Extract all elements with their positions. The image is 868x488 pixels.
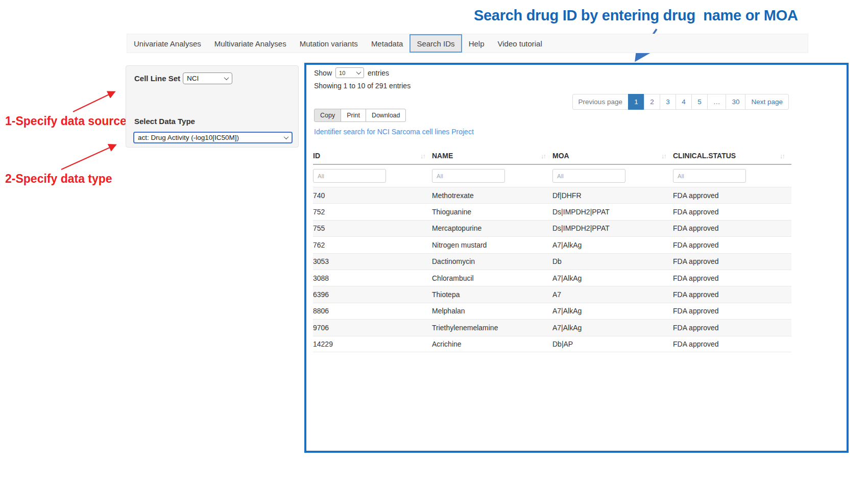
cell-name: Acrichine — [432, 340, 552, 348]
sort-icon: ↓↑ — [780, 152, 784, 160]
annotation-step2: 2-Specify data type — [5, 172, 112, 186]
sort-icon: ↓↑ — [661, 152, 666, 160]
cell-name: Dactinomycin — [432, 257, 552, 265]
page-length-row: Show 10 entries — [314, 67, 389, 78]
page-4-button[interactable]: 4 — [676, 94, 692, 110]
cell-moa: A7|AlkAg — [552, 274, 673, 282]
tab-univariate-analyses[interactable]: Univariate Analyses — [127, 34, 208, 53]
cell-id: 8806 — [313, 307, 432, 315]
table-filter-row — [313, 165, 791, 187]
filter-input-clinical-status[interactable] — [673, 169, 746, 183]
sort-icon: ↓↑ — [541, 152, 545, 160]
chevron-down-icon — [356, 69, 361, 75]
cell-moa: A7 — [552, 290, 673, 299]
identifier-search-link[interactable]: Identifier search for NCI Sarcoma cell l… — [314, 128, 474, 136]
cell-id: 14229 — [313, 340, 432, 348]
table-row[interactable]: 762Nitrogen mustardA7|AlkAgFDA approved — [313, 236, 791, 253]
filter-cell — [552, 169, 673, 183]
cell-name: Mercaptopurine — [432, 224, 552, 232]
previous-page-button[interactable]: Previous page — [572, 94, 629, 110]
column-label: NAME — [432, 152, 453, 160]
page-title: Search drug ID by entering drug name or … — [474, 7, 798, 24]
filter-input-id[interactable] — [313, 169, 386, 183]
download-button[interactable]: Download — [366, 109, 406, 122]
cell-clinical-status: FDA approved — [673, 274, 791, 282]
tab-multivariate-analyses[interactable]: Multivariate Analyses — [208, 34, 293, 53]
page-30-button[interactable]: 30 — [726, 94, 745, 110]
column-header-name[interactable]: NAME↓↑ — [432, 148, 552, 164]
cell-clinical-status: FDA approved — [673, 224, 791, 232]
table-row[interactable]: 752ThioguanineDs|IMPDH2|PPATFDA approved — [313, 203, 791, 219]
tab-search-ids[interactable]: Search IDs — [409, 34, 462, 53]
cell-moa: Db|AP — [552, 340, 673, 348]
page-length-value: 10 — [339, 70, 345, 76]
cell-name: Thioguanine — [432, 208, 552, 216]
export-buttons: CopyPrintDownload — [314, 109, 406, 122]
page: Search drug ID by entering drug name or … — [0, 0, 868, 488]
data-type-value: act: Drug Activity (-log10[IC50M]) — [138, 134, 239, 141]
table-row[interactable]: 3088ChlorambucilA7|AlkAgFDA approved — [313, 270, 791, 286]
red-arrow-data-type — [61, 145, 115, 169]
copy-button[interactable]: Copy — [314, 109, 341, 122]
table-row[interactable]: 6396ThiotepaA7FDA approved — [313, 286, 791, 302]
table-row[interactable]: 9706TriethylenemelamineA7|AlkAgFDA appro… — [313, 319, 791, 335]
cell-name: Triethylenemelamine — [432, 324, 552, 332]
cell-name: Nitrogen mustard — [432, 241, 552, 249]
entries-label: entries — [368, 69, 389, 77]
data-type-label: Select Data Type — [134, 117, 195, 126]
table-body: 740MethotrexateDf|DHFRFDA approved752Thi… — [313, 187, 791, 352]
page-2-button[interactable]: 2 — [644, 94, 660, 110]
cell-id: 755 — [313, 224, 432, 232]
cell-moa: A7|AlkAg — [552, 307, 673, 315]
cell-id: 3088 — [313, 274, 432, 282]
annotation-step1: 1-Specify data source — [5, 114, 127, 128]
cell-line-set-select[interactable]: NCI — [183, 72, 232, 84]
cell-name: Chlorambucil — [432, 274, 552, 282]
cell-clinical-status: FDA approved — [673, 340, 791, 348]
cell-line-set-value: NCI — [187, 75, 199, 82]
cell-id: 762 — [313, 241, 432, 249]
filter-cell — [432, 169, 552, 183]
page-1-button[interactable]: 1 — [628, 94, 644, 110]
tab-help[interactable]: Help — [462, 34, 491, 53]
tab-metadata[interactable]: Metadata — [365, 34, 410, 53]
table-row[interactable]: 755MercaptopurineDs|IMPDH2|PPATFDA appro… — [313, 220, 791, 236]
cell-name: Melphalan — [432, 307, 552, 315]
table-row[interactable]: 3053DactinomycinDbFDA approved — [313, 253, 791, 270]
column-header-moa[interactable]: MOA↓↑ — [552, 148, 673, 164]
chevron-down-icon — [224, 75, 229, 80]
sidebar-panel: Cell Line Set NCI Select Data Type act: … — [126, 65, 299, 148]
page-ellipsis[interactable]: … — [707, 94, 727, 110]
showing-info: Showing 1 to 10 of 291 entries — [314, 82, 411, 90]
filter-input-name[interactable] — [432, 169, 505, 183]
cell-line-set-label: Cell Line Set — [134, 74, 180, 83]
nav-tabs: Univariate AnalysesMultivariate Analyses… — [127, 34, 808, 53]
data-type-select[interactable]: act: Drug Activity (-log10[IC50M]) — [133, 132, 293, 143]
cell-clinical-status: FDA approved — [673, 290, 791, 299]
print-button[interactable]: Print — [341, 109, 366, 122]
table-row[interactable]: 14229AcrichineDb|APFDA approved — [313, 336, 791, 352]
column-header-id[interactable]: ID↓↑ — [313, 148, 432, 164]
cell-clinical-status: FDA approved — [673, 208, 791, 216]
show-label: Show — [314, 69, 332, 77]
cell-moa: Ds|IMPDH2|PPAT — [552, 224, 673, 232]
tab-video-tutorial[interactable]: Video tutorial — [491, 34, 548, 53]
page-5-button[interactable]: 5 — [691, 94, 708, 110]
tab-mutation-variants[interactable]: Mutation variants — [293, 34, 365, 53]
cell-name: Methotrexate — [432, 191, 552, 200]
column-label: CLINICAL.STATUS — [673, 152, 736, 160]
filter-input-moa[interactable] — [552, 169, 625, 183]
table-row[interactable]: 8806MelphalanA7|AlkAgFDA approved — [313, 303, 791, 319]
cell-clinical-status: FDA approved — [673, 307, 791, 315]
table-row[interactable]: 740MethotrexateDf|DHFRFDA approved — [313, 187, 791, 203]
cell-clinical-status: FDA approved — [673, 257, 791, 265]
cell-moa: Df|DHFR — [552, 191, 673, 200]
page-3-button[interactable]: 3 — [660, 94, 676, 110]
column-header-clinical-status[interactable]: CLINICAL.STATUS↓↑ — [673, 148, 791, 164]
filter-cell — [673, 169, 791, 183]
cell-moa: Db — [552, 257, 673, 265]
cell-id: 740 — [313, 191, 432, 200]
page-length-select[interactable]: 10 — [335, 67, 364, 78]
cell-clinical-status: FDA approved — [673, 191, 791, 200]
next-page-button[interactable]: Next page — [745, 94, 789, 110]
